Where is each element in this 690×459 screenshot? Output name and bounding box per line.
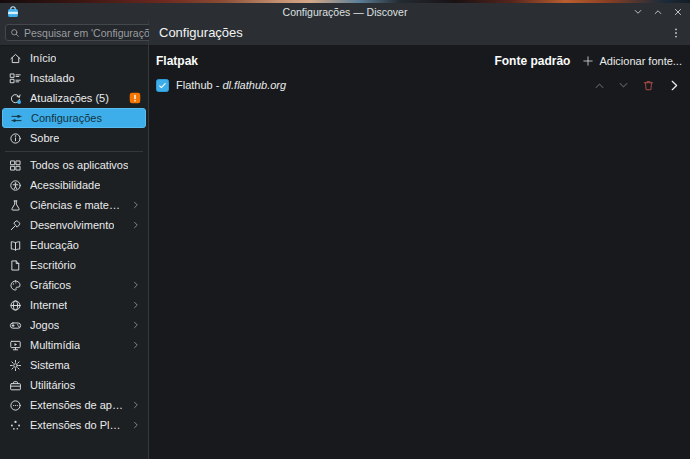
sidebar-item-educacao[interactable]: Educação bbox=[2, 235, 146, 255]
sidebar-item-label: Atualizações (5) bbox=[30, 92, 109, 104]
open-source-button[interactable] bbox=[668, 79, 681, 92]
sidebar-item-label: Jogos bbox=[30, 319, 59, 331]
sidebar-item-label: Escritório bbox=[30, 259, 76, 271]
sidebar-item-multimidia[interactable]: Multimídia bbox=[2, 335, 146, 355]
source-url: dl.flathub.org bbox=[223, 79, 287, 91]
sidebar-item-configuracoes[interactable]: Configurações bbox=[2, 108, 146, 128]
accessibility-icon bbox=[9, 179, 22, 192]
sidebar-item-internet[interactable]: Internet bbox=[2, 295, 146, 315]
close-button[interactable] bbox=[673, 7, 683, 17]
multimedia-icon bbox=[9, 339, 22, 352]
sidebar-item-extensoes-de-aplicativos[interactable]: Extensões de aplicativos bbox=[2, 395, 146, 415]
hammer-icon bbox=[9, 219, 22, 232]
plug-icon bbox=[9, 399, 22, 412]
sidebar-item-label: Extensões do Plasma bbox=[30, 419, 123, 431]
flatpak-section-header: Flatpak Fonte padrão Adicionar fonte... bbox=[156, 52, 682, 70]
sidebar-item-todos-os-aplicativos[interactable]: Todos os aplicativos bbox=[2, 155, 146, 175]
move-source-down-button[interactable] bbox=[618, 80, 629, 91]
add-source-button[interactable]: Adicionar fonte... bbox=[582, 55, 682, 67]
gamepad-icon bbox=[9, 319, 22, 332]
source-name-url-separator: - bbox=[216, 79, 220, 91]
trash-icon bbox=[642, 79, 655, 92]
sidebar-item-utilitarios[interactable]: Utilitários bbox=[2, 375, 146, 395]
sidebar-item-graficos[interactable]: Gráficos bbox=[2, 275, 146, 295]
maximize-icon bbox=[653, 7, 663, 17]
page-title: Configurações bbox=[159, 25, 243, 40]
sidebar-item-label: Instalado bbox=[30, 72, 75, 84]
globe-icon bbox=[9, 299, 22, 312]
overflow-menu-button[interactable] bbox=[670, 27, 682, 39]
chevron-right-icon bbox=[131, 200, 141, 210]
sidebar-search-area bbox=[0, 20, 148, 46]
sidebar-item-label: Ciências e matemática bbox=[30, 199, 123, 211]
section-title: Flatpak bbox=[156, 54, 198, 68]
sidebar-item-label: Configurações bbox=[31, 112, 102, 124]
sidebar-item-desenvolvimento[interactable]: Desenvolvimento bbox=[2, 215, 146, 235]
page-header: Configurações bbox=[149, 20, 690, 46]
sidebar-item-acessibilidade[interactable]: Acessibilidade bbox=[2, 175, 146, 195]
source-enabled-checkbox[interactable] bbox=[156, 79, 169, 92]
home-icon bbox=[9, 52, 22, 65]
sidebar-item-label: Sistema bbox=[30, 359, 70, 371]
sidebar-item-extensoes-do-plasma[interactable]: Extensões do Plasma bbox=[2, 415, 146, 435]
chevron-right-icon bbox=[131, 320, 141, 330]
source-row-flathub[interactable]: Flathub - dl.flathub.org bbox=[156, 75, 682, 95]
chevron-right-icon bbox=[131, 220, 141, 230]
info-icon bbox=[9, 132, 22, 145]
sidebar-item-label: Início bbox=[30, 52, 56, 64]
education-icon bbox=[9, 239, 22, 252]
chevron-right-icon bbox=[131, 280, 141, 290]
source-name: Flathub bbox=[176, 79, 213, 91]
overflow-menu-icon bbox=[670, 27, 682, 39]
chevron-right-icon bbox=[131, 400, 141, 410]
minimize-icon bbox=[633, 7, 643, 17]
sidebar-item-sistema[interactable]: Sistema bbox=[2, 355, 146, 375]
search-icon bbox=[10, 28, 20, 38]
sidebar-item-escritorio[interactable]: Escritório bbox=[2, 255, 146, 275]
sidebar-item-label: Todos os aplicativos bbox=[30, 159, 128, 171]
toolbox-icon bbox=[9, 379, 22, 392]
palette-icon bbox=[9, 279, 22, 292]
window-title: Configurações — Discover bbox=[283, 6, 408, 18]
sidebar-item-ciencias-e-matematica[interactable]: Ciências e matemática bbox=[2, 195, 146, 215]
sliders-icon bbox=[10, 112, 23, 125]
maximize-button[interactable] bbox=[653, 7, 663, 17]
sidebar-item-label: Gráficos bbox=[30, 279, 71, 291]
close-icon bbox=[673, 7, 683, 17]
updates-icon bbox=[9, 92, 22, 105]
minimize-button[interactable] bbox=[633, 7, 643, 17]
chevron-right-icon bbox=[131, 420, 141, 430]
chevron-right-icon bbox=[131, 300, 141, 310]
check-icon bbox=[158, 81, 167, 90]
sidebar: Início Instalado Atualizações (5) Config… bbox=[0, 20, 149, 459]
sidebar-separator bbox=[5, 151, 143, 152]
sidebar-item-jogos[interactable]: Jogos bbox=[2, 315, 146, 335]
gear-icon bbox=[9, 359, 22, 372]
sidebar-item-label: Educação bbox=[30, 239, 79, 251]
chevron-down-icon bbox=[618, 80, 629, 91]
chevron-right-icon bbox=[131, 340, 141, 350]
search-input[interactable] bbox=[24, 27, 159, 39]
document-icon bbox=[9, 259, 22, 272]
move-source-up-button[interactable] bbox=[594, 80, 605, 91]
installed-icon bbox=[9, 72, 22, 85]
sidebar-item-label: Sobre bbox=[30, 132, 59, 144]
add-source-label: Adicionar fonte... bbox=[599, 55, 682, 67]
plasma-icon bbox=[9, 419, 22, 432]
search-box[interactable] bbox=[5, 24, 164, 41]
update-alert-badge bbox=[129, 92, 141, 104]
sidebar-item-label: Internet bbox=[30, 299, 67, 311]
delete-source-button[interactable] bbox=[642, 79, 655, 92]
sidebar-item-instalado[interactable]: Instalado bbox=[2, 68, 146, 88]
sidebar-item-inicio[interactable]: Início bbox=[2, 48, 146, 68]
chevron-right-icon bbox=[668, 79, 681, 92]
sidebar-item-label: Extensões de aplicativos bbox=[30, 399, 123, 411]
titlebar[interactable]: Configurações — Discover bbox=[0, 3, 690, 20]
sidebar-items: Início Instalado Atualizações (5) Config… bbox=[0, 46, 148, 459]
all-apps-icon bbox=[9, 159, 22, 172]
flask-icon bbox=[9, 199, 22, 212]
discover-window: Configurações — Discover Início bbox=[0, 3, 690, 459]
sidebar-item-atualizacoes[interactable]: Atualizações (5) bbox=[2, 88, 146, 108]
sidebar-item-sobre[interactable]: Sobre bbox=[2, 128, 146, 148]
discover-app-icon bbox=[7, 6, 19, 18]
